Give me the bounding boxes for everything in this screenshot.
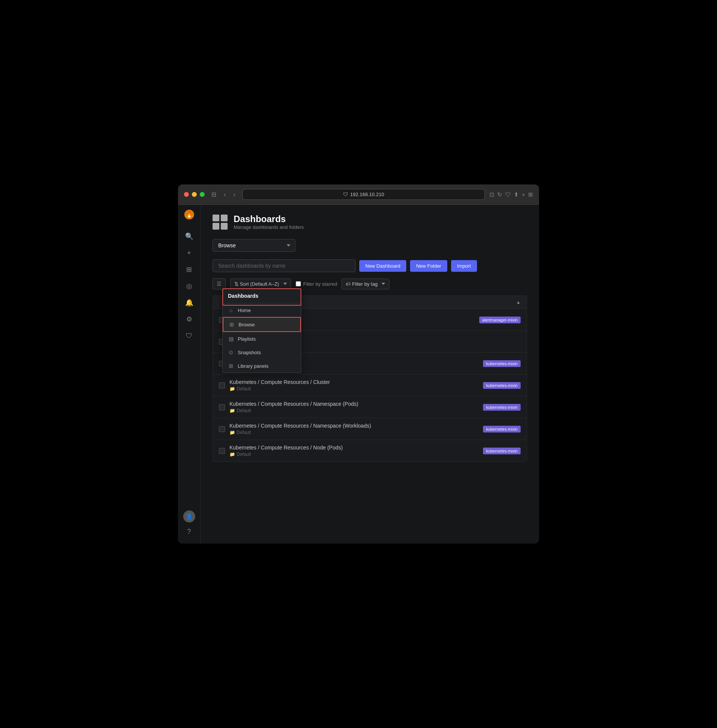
item-name: Kubernetes / Compute Resources / Namespa…	[229, 401, 479, 407]
sidebar-item-search[interactable]: 🔍	[182, 229, 197, 244]
item-info: Kubernetes / Compute Resources / Namespa…	[229, 423, 479, 435]
maximize-button[interactable]	[200, 192, 204, 197]
page-title: Dashboards	[233, 214, 304, 224]
dropdown-item-library-panels[interactable]: ⊞ Library panels	[223, 359, 301, 373]
sidebar-item-server-admin[interactable]: 🛡	[182, 328, 197, 343]
folder-icon: 📁	[229, 430, 235, 435]
filter-starred-checkbox[interactable]	[296, 281, 301, 286]
sidebar-item-alerting[interactable]: 🔔	[182, 295, 197, 310]
page-header: Dashboards Manage dashboards and folders	[212, 214, 527, 230]
collapse-button[interactable]: ▲	[516, 300, 521, 305]
forward-button[interactable]: ›	[231, 190, 237, 199]
shield-icon: 🛡	[343, 191, 348, 197]
dashboards-dropdown: Dashboards ⌂ Home ⊞ Browse ▤ Playlists	[222, 288, 301, 373]
sidebar-item-explore[interactable]: ◎	[182, 278, 197, 294]
extension-button[interactable]: ⊡	[490, 191, 494, 198]
table-row[interactable]: Kubernetes / Compute Resources / Namespa…	[213, 396, 527, 418]
table-row[interactable]: Kubernetes / Compute Resources / Namespa…	[213, 418, 527, 440]
home-icon: ⌂	[228, 307, 234, 313]
folder-icon: 📁	[229, 452, 235, 457]
browser-chrome: ⊟ ‹ › 🛡 192.168.10.210 ⊡ ↻ 🛡 ⬆ + ⊞	[178, 184, 539, 205]
sidebar-toggle-button[interactable]: ⊟	[209, 190, 218, 199]
page-subtitle: Manage dashboards and folders	[233, 224, 304, 230]
svg-text:🔥: 🔥	[185, 211, 193, 218]
dropdown-item-snapshots[interactable]: ⊙ Snapshots	[223, 346, 301, 359]
library-panels-icon: ⊞	[228, 363, 234, 369]
sidebar-item-dashboards[interactable]: ⊞	[182, 262, 197, 277]
table-row[interactable]: Kubernetes / Compute Resources / Cluster…	[213, 375, 527, 396]
folder-icon: 📁	[229, 408, 235, 413]
item-checkbox[interactable]	[219, 382, 225, 388]
item-info: Kubernetes / Compute Resources / Node (P…	[229, 445, 479, 457]
url-text: 192.168.10.210	[350, 191, 384, 197]
item-tag: alertmanager-mixin	[479, 317, 521, 323]
item-checkbox[interactable]	[219, 404, 225, 410]
filter-bar: ☰ ⇅ Sort (Default A–Z) Filter by starred…	[212, 278, 527, 289]
item-tag: kubernetes-mixin	[483, 382, 521, 389]
browser-nav: ⊟ ‹ ›	[209, 190, 238, 199]
folder-icon: 📁	[229, 386, 235, 392]
dropdown-label-playlists: Playlists	[238, 336, 256, 342]
list-view-button[interactable]: ☰	[212, 278, 226, 289]
dropdown-title-row: Dashboards	[223, 289, 301, 303]
browser-actions: ⊡ ↻ 🛡 ⬆ + ⊞	[490, 191, 533, 198]
item-tag: kubernetes-mixin	[483, 448, 521, 454]
import-button[interactable]: Import	[451, 260, 477, 272]
browse-select-wrapper: Browse	[212, 239, 527, 252]
grafana-logo[interactable]: 🔥	[184, 209, 194, 221]
sidebar-item-add[interactable]: +	[182, 245, 197, 260]
new-tab-button[interactable]: +	[522, 191, 525, 197]
refresh-button[interactable]: ↻	[497, 191, 502, 198]
item-folder: 📁 Default	[229, 386, 479, 392]
item-name: Kubernetes / Compute Resources / Cluster	[229, 379, 479, 385]
item-checkbox[interactable]	[219, 426, 225, 432]
new-folder-button[interactable]: New Folder	[410, 260, 447, 272]
item-info: Kubernetes / Compute Resources / Namespa…	[229, 401, 479, 413]
minimize-button[interactable]	[192, 192, 197, 197]
dropdown-label-library-panels: Library panels	[238, 363, 268, 369]
sidebar-bottom: 👤 ?	[182, 511, 197, 539]
back-button[interactable]: ‹	[221, 190, 228, 199]
item-tag: kubernetes-mixin	[483, 426, 521, 433]
browse-select[interactable]: Browse	[212, 239, 295, 252]
dropdown-item-browse[interactable]: ⊞ Browse	[223, 317, 301, 332]
dashboards-icon	[212, 214, 227, 229]
close-button[interactable]	[184, 192, 189, 197]
item-info: Kubernetes / Compute Resources / Cluster…	[229, 379, 479, 392]
dropdown-item-playlists[interactable]: ▤ Playlists	[223, 332, 301, 346]
toolbar: New Dashboard New Folder Import	[212, 259, 527, 272]
filter-tag-select[interactable]: 🏷 Filter by tag	[342, 278, 389, 289]
sidebar-item-help[interactable]: ?	[182, 524, 197, 539]
item-folder: 📁 Default	[229, 452, 479, 457]
sidebar-item-configuration[interactable]: ⚙	[182, 312, 197, 327]
browse-icon: ⊞	[229, 321, 235, 327]
dropdown-label-home: Home	[238, 307, 251, 313]
share-button[interactable]: ⬆	[514, 191, 519, 198]
item-checkbox[interactable]	[219, 448, 225, 454]
sort-select[interactable]: ⇅ Sort (Default A–Z)	[230, 278, 291, 289]
search-input[interactable]	[212, 259, 355, 272]
dropdown-item-home[interactable]: ⌂ Home	[223, 303, 301, 317]
playlists-icon: ▤	[228, 336, 234, 342]
dropdown-label-snapshots: Snapshots	[238, 350, 261, 355]
item-tag: kubernetes-mixin	[483, 360, 521, 367]
snapshots-icon: ⊙	[228, 349, 234, 355]
app-container: 🔥 🔍 + ⊞ ◎ 🔔 ⚙ 🛡 👤 ?	[178, 205, 539, 544]
table-row[interactable]: Kubernetes / Compute Resources / Node (P…	[213, 440, 527, 462]
bitwarden-icon[interactable]: 🛡	[505, 191, 511, 197]
item-folder: 📁 Default	[229, 408, 479, 413]
address-bar[interactable]: 🛡 192.168.10.210	[242, 189, 485, 200]
dropdown-title: Dashboards	[228, 293, 258, 299]
traffic-lights	[184, 192, 204, 197]
new-dashboard-button[interactable]: New Dashboard	[359, 260, 406, 272]
dropdown-label-browse: Browse	[238, 322, 255, 327]
item-name: Kubernetes / Compute Resources / Namespa…	[229, 423, 479, 429]
filter-starred-label: Filter by starred	[296, 281, 337, 287]
main-content: Dashboards Manage dashboards and folders…	[200, 205, 539, 544]
item-tag: kubernetes-mixin	[483, 404, 521, 411]
tabs-button[interactable]: ⊞	[528, 191, 533, 198]
item-folder: 📁 Default	[229, 430, 479, 435]
item-name: Kubernetes / Compute Resources / Node (P…	[229, 445, 479, 451]
avatar[interactable]: 👤	[183, 511, 195, 523]
sidebar: 🔥 🔍 + ⊞ ◎ 🔔 ⚙ 🛡 👤 ?	[178, 205, 200, 544]
